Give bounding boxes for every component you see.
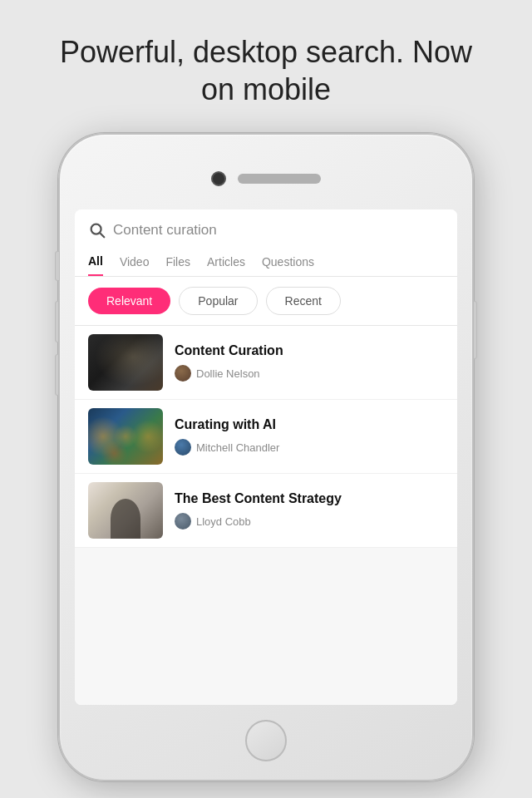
phone-screen: Content curation All Video Files Article…: [75, 209, 457, 705]
result-meta-3: The Best Content Strategy Lloyd Cobb: [175, 491, 444, 530]
filter-relevant[interactable]: Relevant: [88, 288, 170, 314]
front-camera: [211, 171, 226, 186]
tab-questions[interactable]: Questions: [262, 249, 314, 275]
result-title-3: The Best Content Strategy: [175, 491, 444, 506]
tabs-row: All Video Files Articles Questions: [75, 248, 457, 277]
author-avatar-3: [175, 513, 191, 530]
search-bar[interactable]: Content curation: [75, 209, 457, 248]
app-content: Content curation All Video Files Article…: [75, 209, 457, 705]
tab-files[interactable]: Files: [165, 249, 190, 275]
result-thumb-3: [88, 482, 163, 539]
search-placeholder-text: Content curation: [113, 222, 217, 239]
tab-all[interactable]: All: [88, 248, 103, 276]
tab-video[interactable]: Video: [120, 249, 150, 275]
author-name-1: Dollie Nelson: [196, 367, 260, 380]
result-author-row-1: Dollie Nelson: [175, 365, 444, 382]
phone-shell: Content curation All Video Files Article…: [58, 133, 474, 781]
phone-mockup: Content curation All Video Files Article…: [58, 133, 474, 781]
result-list: Content Curation Dollie Nelson Curating …: [75, 326, 457, 548]
author-avatar-1: [175, 365, 191, 382]
result-meta-2: Curating with AI Mitchell Chandler: [175, 417, 444, 456]
author-name-2: Mitchell Chandler: [196, 441, 279, 454]
result-author-row-3: Lloyd Cobb: [175, 513, 444, 530]
page-headline: Powerful, desktop search. Now on mobile: [27, 33, 505, 108]
result-author-row-2: Mitchell Chandler: [175, 439, 444, 456]
result-thumb-2: [88, 408, 163, 465]
result-item-2[interactable]: Curating with AI Mitchell Chandler: [75, 400, 457, 474]
mute-button: [473, 301, 477, 359]
result-title-2: Curating with AI: [175, 417, 444, 432]
home-button[interactable]: [245, 720, 287, 761]
result-meta-1: Content Curation Dollie Nelson: [175, 343, 444, 382]
tab-articles[interactable]: Articles: [207, 249, 245, 275]
volume-up-button: [55, 301, 59, 342]
filter-recent[interactable]: Recent: [266, 287, 341, 315]
svg-line-1: [100, 233, 104, 237]
filter-row: Relevant Popular Recent: [75, 277, 457, 326]
earpiece: [238, 174, 321, 184]
volume-down-button: [55, 354, 59, 396]
filter-popular[interactable]: Popular: [179, 287, 257, 315]
result-title-1: Content Curation: [175, 343, 444, 358]
result-thumb-1: [88, 334, 163, 391]
author-avatar-2: [175, 439, 191, 456]
result-item-1[interactable]: Content Curation Dollie Nelson: [75, 326, 457, 400]
result-item-3[interactable]: The Best Content Strategy Lloyd Cobb: [75, 474, 457, 548]
power-button: [55, 251, 60, 281]
author-name-3: Lloyd Cobb: [196, 515, 251, 528]
phone-top-sensors: [211, 171, 321, 186]
search-icon: [88, 221, 106, 239]
